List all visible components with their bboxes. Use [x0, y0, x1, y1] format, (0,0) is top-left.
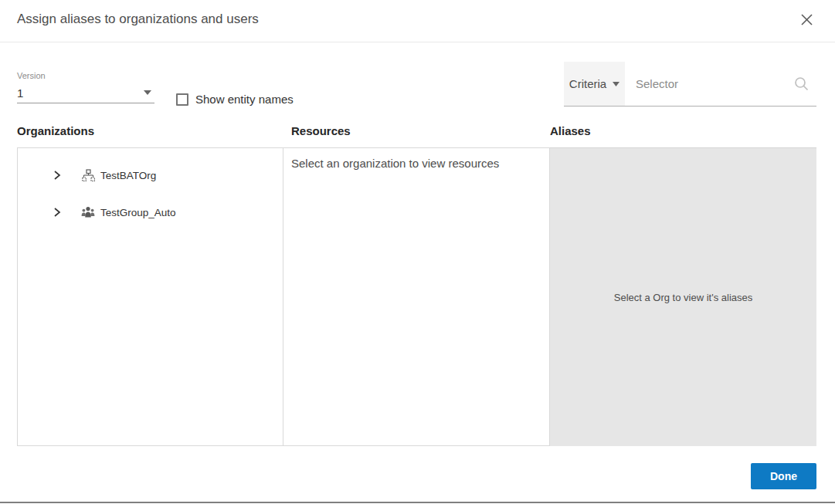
version-select[interactable]: 1: [17, 84, 154, 103]
dialog-header: Assign aliases to organizations and user…: [0, 0, 835, 42]
tree-item-label: TestGroup_Auto: [100, 207, 176, 218]
organizations-header: Organizations: [17, 124, 94, 137]
tree-item-testbatorg[interactable]: TestBATOrg: [18, 165, 283, 185]
search-group: Criteria: [564, 62, 816, 107]
resources-header: Resources: [291, 124, 351, 137]
done-button[interactable]: Done: [751, 463, 816, 489]
version-label: Version: [17, 71, 154, 80]
group-icon: [81, 205, 95, 219]
chevron-down-icon: [613, 82, 619, 86]
aliases-empty-message: Select a Org to view it's aliases: [614, 292, 753, 303]
search-icon: [794, 62, 816, 106]
version-field: Version 1: [17, 71, 154, 103]
close-button[interactable]: [798, 11, 815, 28]
show-entity-names-checkbox[interactable]: [176, 93, 188, 106]
expand-chevron-icon[interactable]: [52, 206, 63, 218]
chevron-down-icon: [144, 90, 151, 95]
bottom-window-edge: [0, 502, 835, 503]
criteria-label: Criteria: [569, 77, 606, 90]
assign-aliases-dialog: Assign aliases to organizations and user…: [0, 0, 835, 504]
resources-empty-message: Select an organization to view resources: [291, 157, 541, 170]
selector-input[interactable]: [625, 62, 794, 106]
tree-item-label: TestBATOrg: [100, 170, 156, 181]
expand-chevron-icon[interactable]: [52, 169, 63, 181]
dialog-title: Assign aliases to organizations and user…: [17, 12, 259, 27]
organizations-panel: TestBATOrg: [17, 147, 283, 446]
aliases-panel: Select a Org to view it's aliases: [550, 147, 816, 446]
show-entity-names-option[interactable]: Show entity names: [176, 93, 294, 106]
show-entity-names-label: Show entity names: [195, 93, 294, 106]
org-hierarchy-icon: [81, 168, 95, 182]
criteria-dropdown[interactable]: Criteria: [564, 62, 625, 106]
panels: TestBATOrg: [17, 147, 816, 446]
tree-item-testgroup-auto[interactable]: TestGroup_Auto: [18, 202, 283, 222]
resources-panel: Select an organization to view resources: [283, 147, 550, 446]
aliases-header: Aliases: [550, 124, 591, 137]
version-value: 1: [17, 86, 23, 100]
close-icon: [800, 13, 813, 26]
